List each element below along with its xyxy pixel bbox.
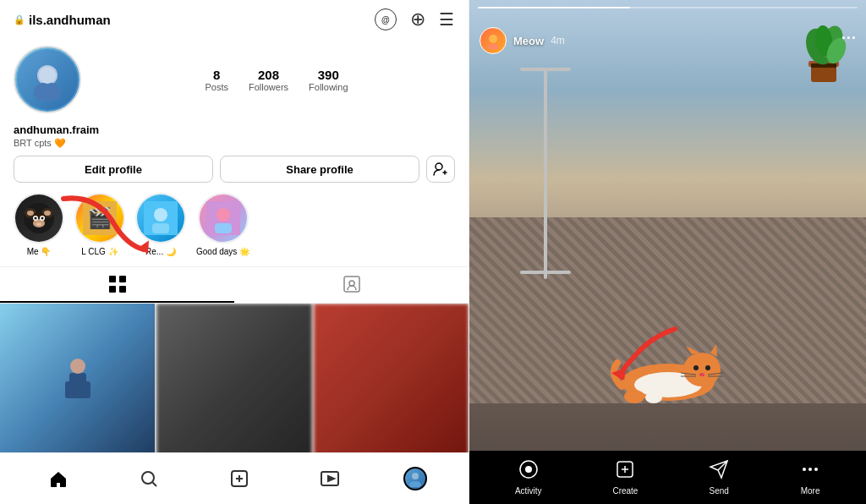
profile-name-section: andhuman.fraim BRT cpts 🧡 (0, 123, 469, 156)
svg-point-22 (216, 208, 230, 222)
svg-rect-28 (119, 286, 126, 293)
story-activity-button[interactable]: Activity (515, 459, 542, 496)
svg-point-69 (645, 392, 662, 403)
tab-tagged[interactable] (234, 267, 469, 303)
bio: BRT cpts 🧡 (14, 138, 455, 149)
story-background: Meow 4m ⋯ (469, 0, 866, 451)
story-create-button[interactable]: Create (612, 459, 638, 496)
followers-stat: 208 Followers (249, 68, 288, 92)
story-more-button[interactable]: More (800, 459, 820, 496)
story-more-options[interactable]: ⋯ (841, 28, 856, 47)
story-avatar-gooddays (198, 193, 249, 244)
followers-label: Followers (249, 82, 288, 92)
bottom-nav (0, 452, 469, 504)
display-name: andhuman.fraim (14, 123, 455, 136)
story-time: 4m (551, 35, 565, 47)
activity-label: Activity (515, 486, 542, 496)
svg-point-76 (803, 468, 806, 471)
grid-cell-3[interactable] (314, 304, 469, 452)
threads-icon[interactable]: @ (375, 8, 397, 30)
svg-rect-25 (109, 276, 116, 282)
svg-marker-60 (710, 344, 717, 357)
nav-create[interactable] (222, 462, 256, 496)
svg-point-45 (487, 44, 499, 49)
posts-label: Posts (205, 82, 228, 92)
story-item-gooddays[interactable]: Good days 🌟 (196, 193, 249, 256)
posts-stat: 8 Posts (205, 68, 228, 92)
username-text: ils.andhuman (29, 13, 111, 27)
following-label: Following (309, 82, 348, 92)
create-icon (615, 459, 635, 485)
svg-rect-23 (215, 223, 232, 233)
suggest-people-button[interactable] (426, 156, 455, 183)
nav-reels[interactable] (313, 462, 347, 496)
story-user-avatar (480, 27, 507, 54)
followers-count: 208 (258, 68, 279, 82)
svg-point-44 (489, 35, 497, 43)
send-icon (709, 459, 729, 485)
svg-point-72 (525, 466, 532, 473)
svg-point-68 (624, 390, 644, 403)
nav-search[interactable] (132, 462, 166, 496)
stats-row: 8 Posts 208 Followers 390 Following (98, 68, 455, 92)
svg-point-13 (35, 217, 37, 220)
top-bar-actions: @ ⊕ ☰ (375, 8, 455, 30)
svg-rect-54 (520, 68, 571, 71)
top-bar: 🔒 ils.andhuman @ ⊕ ☰ (0, 0, 469, 39)
svg-point-15 (36, 223, 41, 226)
svg-point-7 (27, 211, 34, 216)
nav-home[interactable] (41, 462, 75, 496)
story-username: Meow (513, 35, 544, 47)
svg-point-78 (814, 468, 818, 471)
posts-grid (0, 304, 469, 452)
svg-point-30 (349, 281, 354, 286)
svg-rect-26 (119, 276, 126, 282)
lock-icon: 🔒 (14, 14, 25, 25)
chair-frame (503, 68, 588, 325)
svg-point-42 (412, 473, 419, 479)
svg-rect-55 (520, 271, 571, 274)
svg-point-1 (34, 82, 61, 101)
story-label-gooddays: Good days 🌟 (196, 247, 249, 256)
add-post-icon[interactable]: ⊕ (410, 8, 425, 30)
instagram-profile-panel: 🔒 ils.andhuman @ ⊕ ☰ 8 Posts (0, 0, 469, 504)
svg-point-32 (70, 359, 85, 374)
following-count: 390 (318, 68, 339, 82)
create-label: Create (612, 486, 638, 496)
nav-profile-avatar[interactable] (403, 467, 427, 490)
svg-point-2 (39, 67, 56, 84)
svg-marker-70 (611, 368, 626, 380)
grid-cell-1[interactable] (0, 304, 155, 452)
profile-section: 8 Posts 208 Followers 390 Following (0, 39, 469, 123)
menu-icon[interactable]: ☰ (439, 9, 455, 30)
posts-count: 8 (213, 68, 220, 82)
svg-rect-27 (109, 286, 116, 293)
more-icon (800, 459, 820, 485)
tab-grid[interactable] (0, 267, 234, 303)
svg-point-43 (409, 481, 421, 487)
story-bottom-nav: Activity Create Send (469, 451, 866, 504)
edit-profile-button[interactable]: Edit profile (14, 156, 213, 183)
profile-username: 🔒 ils.andhuman (14, 13, 111, 27)
share-profile-button[interactable]: Share profile (220, 156, 419, 183)
following-stat: 390 Following (309, 68, 348, 92)
avatar (14, 46, 81, 113)
more-label: More (801, 486, 820, 496)
svg-point-77 (808, 468, 812, 471)
svg-point-35 (142, 472, 154, 484)
svg-marker-41 (328, 476, 334, 481)
tabs-row (0, 266, 469, 304)
story-send-button[interactable]: Send (709, 459, 729, 496)
grid-cell-2[interactable] (156, 304, 311, 452)
svg-rect-33 (65, 381, 72, 398)
red-arrow-indicator (47, 190, 156, 258)
svg-rect-53 (544, 68, 547, 279)
story-header: Meow 4m ⋯ (469, 10, 866, 59)
svg-rect-29 (344, 277, 359, 292)
story-red-arrow (607, 312, 709, 383)
profile-buttons-row: Edit profile Share profile (0, 156, 469, 193)
activity-icon (518, 459, 539, 485)
avatar-image (17, 49, 78, 110)
svg-point-14 (41, 217, 44, 220)
instagram-story-panel: Meow 4m ⋯ (469, 0, 866, 504)
